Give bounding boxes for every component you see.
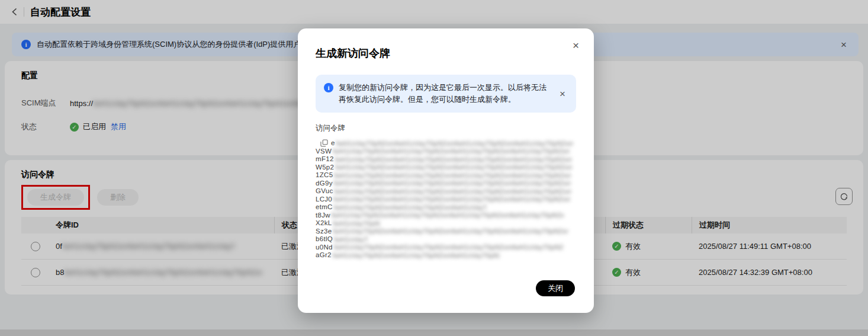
token-line-redacted: fwH1sVayT6pN2xmfwH1sVayT6pN2xmfwH1sVayT6… [335, 164, 572, 171]
token-line: mF12 fwH1sVayT6pN2xmfwH1sVayT6pN2xmfwH1s… [316, 155, 576, 164]
token-line-prefix: GVuc [316, 187, 333, 196]
token-line-redacted: fwH1sVayT6pN2xmfwH1sVayT6pN2xmfwH1sVayT6… [334, 204, 487, 211]
token-line: VSW fwH1sVayT6pN2xmfwH1sVayT6pN2xmfwH1sV… [316, 148, 576, 156]
token-line-redacted: fwH1sVayT6pN2xmfwH1sVayT6pN2xmfwH1sVayT6… [334, 180, 571, 187]
generate-token-modal: × 生成新访问令牌 i 复制您的新访问令牌，因为这是它最后一次显示。以后将无法再… [298, 28, 594, 313]
token-line: b6tlQ fwH1sVayT6 [316, 235, 576, 244]
token-line: GVuc fwH1sVayT6pN2xmfwH1sVayT6pN2xmfwH1s… [316, 187, 576, 196]
modal-close-button[interactable]: 关闭 [536, 280, 575, 296]
token-line-prefix: X2kL [316, 219, 332, 228]
token-line-prefix: etmC [316, 203, 333, 212]
modal-info-alert: i 复制您的新访问令牌，因为这是它最后一次显示。以后将无法再恢复此访问令牌。但是… [316, 75, 576, 113]
token-line: 1ZC5 fwH1sVayT6pN2xmfwH1sVayT6pN2xmfwH1s… [316, 171, 576, 180]
alert-info-icon: i [324, 83, 333, 92]
alert-text: 复制您的新访问令牌，因为这是它最后一次显示。以后将无法再恢复此访问令牌。但是，您… [339, 82, 551, 105]
token-line-prefix: e [331, 139, 335, 148]
token-value-block: e fwH1sVayT6pN2xmfwH1sVayT6pN2xmfwH1sVay… [316, 139, 576, 260]
copy-icon[interactable] [320, 139, 328, 147]
token-line: Sz3e fwH1sVayT6pN2xmfwH1sVayT6pN2xmfwH1s… [316, 228, 576, 236]
token-line-prefix: b6tlQ [316, 235, 333, 244]
token-line-redacted: fwH1sVayT6pN2xmfwH1sVayT6pN2xmfwH1sVayT6… [333, 252, 500, 259]
token-line-redacted: fwH1sVayT6pN2xmfwH1sVayT6pN2xmfwH1sVayT6… [336, 140, 573, 147]
token-line-redacted: fwH1sVayT6pN2x [333, 220, 380, 227]
token-line: etmC fwH1sVayT6pN2xmfwH1sVayT6pN2xmfwH1s… [316, 203, 576, 212]
token-line: u0Nd fwH1sVayT6pN2xmfwH1sVayT6pN2xmfwH1s… [316, 244, 576, 252]
token-line-redacted: fwH1sVayT6pN2xmfwH1sVayT6pN2xmfwH1sVayT6… [334, 172, 571, 179]
token-line: dG9y fwH1sVayT6pN2xmfwH1sVayT6pN2xmfwH1s… [316, 180, 576, 188]
token-line-redacted: fwH1sVayT6 [334, 236, 368, 243]
token-line-redacted: fwH1sVayT6pN2xmfwH1sVayT6pN2xmfwH1sVayT6… [333, 228, 568, 235]
token-line: e fwH1sVayT6pN2xmfwH1sVayT6pN2xmfwH1sVay… [316, 139, 576, 148]
token-line-redacted: fwH1sVayT6pN2xmfwH1sVayT6pN2xmfwH1sVayT6… [335, 156, 572, 163]
token-line-prefix: mF12 [316, 155, 334, 164]
modal-title: 生成新访问令牌 [316, 46, 576, 60]
token-line: LCJ0 fwH1sVayT6pN2xmfwH1sVayT6pN2xmfwH1s… [316, 196, 576, 204]
token-line-redacted: fwH1sVayT6pN2xmfwH1sVayT6pN2xmfwH1sVayT6… [332, 212, 564, 219]
token-line: X2kL fwH1sVayT6pN2x [316, 219, 576, 228]
token-line-prefix: t8Jw [316, 212, 330, 220]
screen: 自动配置设置 i 自动配置依赖于跨域身份管理系统(SCIM)协议从您的身份提供者… [0, 0, 868, 336]
token-line-prefix: aGr2 [316, 251, 332, 260]
token-line-redacted: fwH1sVayT6pN2xmfwH1sVayT6pN2xmfwH1sVayT6… [333, 196, 570, 203]
token-line-redacted: fwH1sVayT6pN2xmfwH1sVayT6pN2xmfwH1sVayT6… [335, 188, 571, 195]
token-line-redacted: fwH1sVayT6pN2xmfwH1sVayT6pN2xmfwH1sVayT6… [333, 148, 570, 155]
modal-close-icon[interactable]: × [570, 38, 582, 53]
token-line-prefix: W5p2 [316, 164, 334, 172]
token-line: aGr2 fwH1sVayT6pN2xmfwH1sVayT6pN2xmfwH1s… [316, 251, 576, 260]
token-line-redacted: fwH1sVayT6pN2xmfwH1sVayT6pN2xmfwH1sVayT6… [334, 244, 564, 251]
token-line-prefix: LCJ0 [316, 196, 332, 204]
token-line-prefix: Sz3e [316, 228, 332, 236]
token-line-prefix: dG9y [316, 180, 333, 188]
token-line: W5p2 fwH1sVayT6pN2xmfwH1sVayT6pN2xmfwH1s… [316, 164, 576, 172]
token-line-prefix: VSW [316, 148, 332, 156]
token-label: 访问令牌 [316, 123, 576, 133]
token-line: t8Jw fwH1sVayT6pN2xmfwH1sVayT6pN2xmfwH1s… [316, 212, 576, 220]
token-line-prefix: u0Nd [316, 244, 333, 252]
alert-close-icon[interactable]: × [557, 88, 568, 100]
token-line-prefix: 1ZC5 [316, 171, 333, 180]
